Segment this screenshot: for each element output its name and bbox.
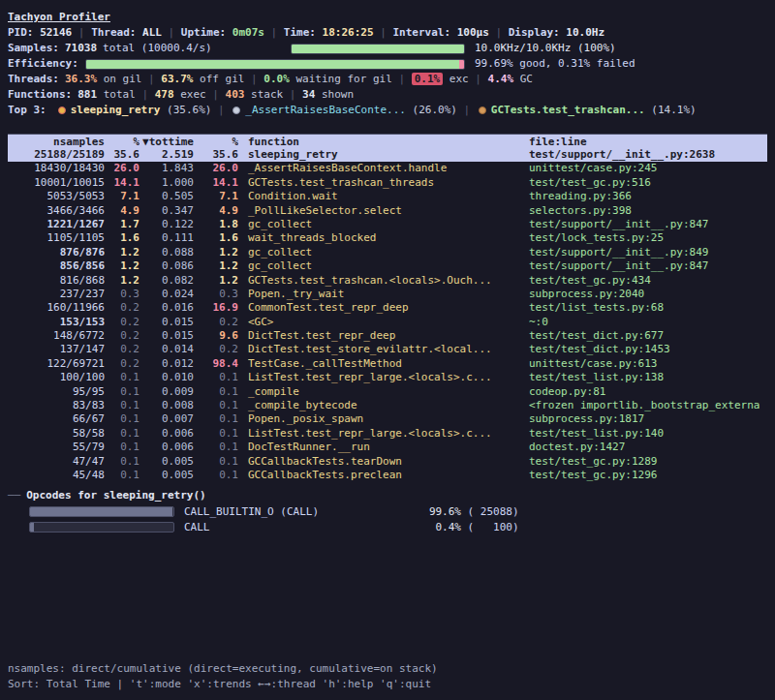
cell-pct-cumulative: 0.3 bbox=[194, 288, 238, 301]
table-row[interactable]: 122/697210.20.01298.4TestCase._callTestM… bbox=[8, 357, 767, 371]
table-row[interactable]: 148/67720.20.0159.6DictTest.test_repr_de… bbox=[8, 329, 767, 343]
cell-function: DictTest.test_repr_deep bbox=[238, 329, 529, 343]
table-row[interactable]: 137/1470.20.0140.2DictTest.test_store_ev… bbox=[8, 343, 767, 356]
cell-function: DocTestRunner.__run bbox=[238, 441, 529, 454]
cell-function: Condition.wait bbox=[238, 190, 529, 203]
column-header-fileline[interactable]: file:line bbox=[529, 135, 767, 149]
cell-tottime: 0.082 bbox=[140, 274, 194, 288]
table-row[interactable]: 83/830.10.0080.1_compile_bytecode<frozen… bbox=[8, 399, 767, 412]
status-field-label: PID: bbox=[8, 25, 40, 41]
table-row[interactable]: 95/950.10.0090.1_compilecodeop.py:81 bbox=[8, 385, 767, 399]
table-row[interactable]: 816/8681.20.0821.2GCTests.test_trashcan.… bbox=[8, 274, 767, 288]
opcode-count: ( 100) bbox=[461, 521, 519, 533]
cell-pct-cumulative: 0.1 bbox=[194, 399, 238, 412]
separator: | bbox=[244, 73, 264, 85]
status-field-value: 18:26:25 bbox=[323, 25, 374, 41]
table-row[interactable]: 876/8761.20.0881.2gc_collecttest/support… bbox=[8, 246, 767, 259]
cell-function: wait_threads_blocked bbox=[238, 231, 529, 245]
top-function-name: sleeping_retry bbox=[71, 104, 161, 116]
cell-pct-cumulative: 0.2 bbox=[194, 316, 238, 329]
table-row[interactable]: 55/790.10.0060.1DocTestRunner.__rundocte… bbox=[8, 441, 767, 454]
table-row[interactable]: 856/8561.20.0861.2gc_collecttest/support… bbox=[8, 259, 767, 273]
cell-nsamples: 18430/18430 bbox=[8, 162, 105, 175]
status-field-value: 10.0Hz bbox=[566, 25, 604, 41]
cell-pct-cumulative: 7.1 bbox=[194, 190, 238, 203]
column-header-tottime[interactable]: ▼tottime bbox=[140, 135, 194, 149]
profile-table: nsamples%▼tottime%functionfile:line 2518… bbox=[8, 134, 767, 482]
samples-rate-detail: total (10000.4/s) bbox=[103, 41, 212, 56]
efficiency-summary: 99.69% good, 0.31% failed bbox=[475, 56, 636, 72]
cell-pct-direct: 26.0 bbox=[105, 162, 140, 175]
column-header-[interactable]: % bbox=[194, 135, 238, 149]
thread-stat-value: 63.7% bbox=[161, 73, 193, 85]
cell-pct-direct: 35.6 bbox=[105, 148, 140, 162]
opcode-name: CALL bbox=[184, 521, 405, 533]
table-row[interactable]: 47/470.10.0050.1GCCallbackTests.tearDown… bbox=[8, 455, 767, 469]
cell-file-line: unittest/case.py:245 bbox=[529, 162, 767, 175]
cell-pct-direct: 0.2 bbox=[105, 301, 140, 315]
cell-nsamples: 148/6772 bbox=[8, 329, 105, 343]
thread-stat-name: off gil bbox=[193, 73, 244, 85]
cell-pct-cumulative: 1.6 bbox=[194, 231, 238, 245]
opcode-bar bbox=[29, 522, 174, 533]
cell-function: Popen._try_wait bbox=[238, 288, 529, 301]
status-field-label: Interval: bbox=[392, 25, 456, 41]
cell-tottime: 0.005 bbox=[140, 469, 194, 482]
top-function-pct: (35.6%) bbox=[160, 104, 211, 116]
cell-pct-direct: 1.2 bbox=[105, 259, 140, 273]
table-row[interactable]: 100/1000.10.0100.1ListTest.test_repr_lar… bbox=[8, 371, 767, 384]
cell-nsamples: 160/11966 bbox=[8, 301, 105, 315]
cell-file-line: test/test_dict.py:677 bbox=[529, 329, 767, 343]
status-field-label: Uptime: bbox=[181, 25, 232, 41]
table-row[interactable]: 10001/1001514.11.00014.1GCTests.test_tra… bbox=[8, 176, 767, 190]
cell-tottime: 0.012 bbox=[140, 357, 194, 371]
cell-file-line: doctest.py:1427 bbox=[529, 441, 767, 454]
cell-pct-cumulative: 0.1 bbox=[194, 371, 238, 384]
cell-nsamples: 5053/5053 bbox=[8, 190, 105, 203]
table-row[interactable]: 25188/2518935.62.51935.6sleeping_retryte… bbox=[8, 148, 767, 162]
top-function-name: GCTests.test_trashcan... bbox=[491, 104, 645, 116]
table-row[interactable]: 45/480.10.0050.1GCCallbackTests.preclean… bbox=[8, 469, 767, 482]
cell-tottime: 0.008 bbox=[140, 399, 194, 412]
table-row[interactable]: 160/119660.20.01616.9CommonTest.test_rep… bbox=[8, 301, 767, 315]
cell-function: gc_collect bbox=[238, 218, 529, 231]
column-header-function[interactable]: function bbox=[238, 135, 529, 149]
cell-pct-cumulative: 0.1 bbox=[194, 385, 238, 399]
opcode-bar-fill bbox=[30, 507, 172, 516]
cell-file-line: test/test_list.py:140 bbox=[529, 427, 767, 441]
cell-tottime: 0.005 bbox=[140, 455, 194, 469]
column-header-nsamples[interactable]: nsamples bbox=[8, 135, 105, 149]
cell-pct-direct: 0.3 bbox=[105, 288, 140, 301]
cell-tottime: 1.843 bbox=[140, 162, 194, 175]
samples-progress-bar bbox=[291, 44, 465, 54]
table-row[interactable]: 237/2370.30.0240.3Popen._try_waitsubproc… bbox=[8, 288, 767, 301]
cell-function: GCTests.test_trashcan.<locals>.Ouch... bbox=[238, 274, 529, 288]
table-row[interactable]: 1221/12671.70.1221.8gc_collecttest/suppo… bbox=[8, 218, 767, 231]
column-header-[interactable]: % bbox=[105, 135, 140, 149]
threads-stats: 36.3% on gil | 63.7% off gil | 0.0% wait… bbox=[65, 72, 533, 87]
table-row[interactable]: 18430/1843026.01.84326.0_AssertRaisesBas… bbox=[8, 162, 767, 175]
table-row[interactable]: 5053/50537.10.5057.1Condition.waitthread… bbox=[8, 190, 767, 203]
cell-pct-direct: 1.6 bbox=[105, 231, 140, 245]
table-row[interactable]: 153/1530.20.0150.2<GC>~:0 bbox=[8, 316, 767, 329]
opcode-bar-fill bbox=[30, 523, 34, 532]
cell-pct-cumulative: 4.9 bbox=[194, 204, 238, 218]
cell-tottime: 0.086 bbox=[140, 259, 194, 273]
threads-line: Threads: 36.3% on gil | 63.7% off gil | … bbox=[8, 72, 767, 87]
thread-stat-value: 0.0% bbox=[264, 73, 290, 85]
table-row[interactable]: 3466/34664.90.3474.9_PollLikeSelector.se… bbox=[8, 204, 767, 218]
cell-nsamples: 856/856 bbox=[8, 259, 105, 273]
table-row[interactable]: 1105/11051.60.1111.6wait_threads_blocked… bbox=[8, 231, 767, 245]
footer-keybindings-line: Sort: Total Time | 't':mode 'x':trends ←… bbox=[8, 677, 767, 692]
separator: | bbox=[264, 25, 284, 41]
empty-area bbox=[8, 534, 767, 661]
cell-pct-direct: 0.1 bbox=[105, 412, 140, 426]
functions-stat-value: 34 bbox=[302, 88, 315, 101]
thread-stat-name: GC bbox=[513, 73, 533, 85]
cell-tottime: 0.009 bbox=[140, 385, 194, 399]
table-row[interactable]: 66/670.10.0070.1Popen._posix_spawnsubpro… bbox=[8, 412, 767, 426]
functions-stat-name: shown bbox=[315, 88, 354, 101]
table-row[interactable]: 58/580.10.0060.1ListTest.test_repr_large… bbox=[8, 427, 767, 441]
cell-pct-cumulative: 0.1 bbox=[194, 469, 238, 482]
status-field-label: Display: bbox=[509, 25, 567, 41]
